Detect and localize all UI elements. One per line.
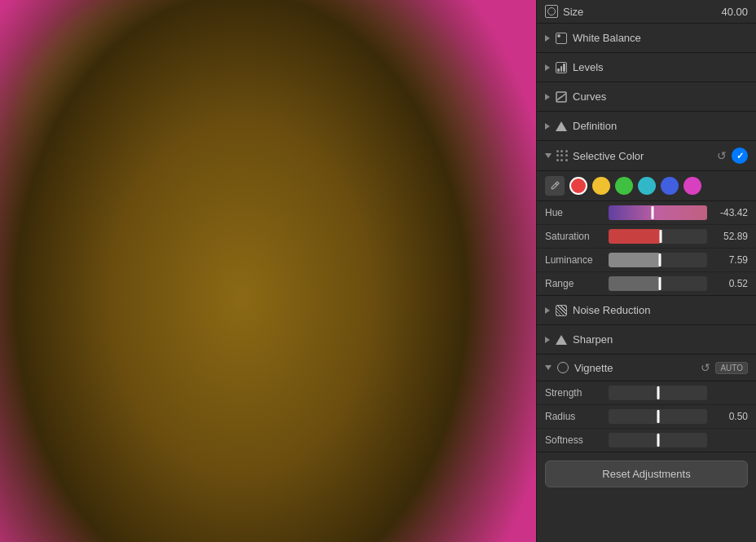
chevron-down-icon bbox=[545, 153, 552, 158]
strength-thumb[interactable] bbox=[657, 386, 659, 399]
softness-track[interactable] bbox=[609, 433, 707, 447]
saturation-slider-row[interactable]: Saturation 52.89 bbox=[537, 225, 756, 249]
saturation-thumb[interactable] bbox=[660, 230, 662, 243]
range-thumb[interactable] bbox=[658, 277, 661, 290]
chevron-right-icon bbox=[545, 94, 550, 100]
eyedropper-button[interactable] bbox=[545, 176, 565, 196]
chevron-right-icon bbox=[545, 337, 550, 343]
swatch-yellow[interactable] bbox=[592, 177, 610, 195]
range-value: 0.52 bbox=[714, 278, 748, 289]
saturation-label: Saturation bbox=[545, 231, 602, 242]
selective-color-icon bbox=[556, 150, 568, 161]
luminance-slider-row[interactable]: Luminance 7.59 bbox=[537, 249, 756, 272]
vignette-icon bbox=[556, 361, 569, 374]
noise-reduction-icon bbox=[555, 304, 568, 317]
hue-slider-row[interactable]: Hue -43.42 bbox=[537, 201, 756, 225]
strength-label: Strength bbox=[545, 387, 602, 399]
vignette-reset-icon[interactable]: ↺ bbox=[701, 361, 710, 374]
softness-thumb[interactable] bbox=[657, 434, 659, 447]
section-sharpen[interactable]: Sharpen bbox=[537, 325, 756, 355]
hue-slider-section: Hue -43.42 Saturation 52.89 Luminance 7.… bbox=[537, 201, 756, 296]
white-balance-icon bbox=[555, 32, 568, 45]
vignette-slider-section: Strength Radius 0.50 Softness bbox=[537, 381, 756, 452]
auto-badge: AUTO bbox=[715, 362, 748, 374]
range-track[interactable] bbox=[609, 276, 707, 291]
swatch-red[interactable] bbox=[569, 177, 587, 195]
color-swatches-row bbox=[537, 171, 756, 201]
softness-label: Softness bbox=[545, 434, 602, 446]
hue-track[interactable] bbox=[609, 205, 707, 220]
vignette-header[interactable]: Vignette ↺ AUTO bbox=[537, 355, 756, 381]
luminance-fill bbox=[609, 253, 660, 267]
curves-icon bbox=[555, 90, 568, 104]
luminance-value: 7.59 bbox=[714, 254, 748, 266]
chevron-right-icon bbox=[545, 123, 550, 130]
chevron-down-icon bbox=[545, 365, 552, 370]
selective-color-header[interactable]: Selective Color ↺ bbox=[537, 141, 756, 171]
right-panel: Size 40.00 White Balance Levels bbox=[536, 0, 756, 542]
svg-line-1 bbox=[556, 183, 557, 185]
section-definition-label: Definition bbox=[573, 120, 748, 132]
section-sharpen-label: Sharpen bbox=[573, 333, 748, 346]
luminance-track[interactable] bbox=[609, 253, 707, 267]
swatch-blue[interactable] bbox=[661, 177, 679, 195]
saturation-fill bbox=[609, 229, 661, 244]
radius-value: 0.50 bbox=[714, 411, 748, 422]
reset-adjustments-button[interactable]: Reset Adjustments bbox=[545, 460, 748, 487]
chevron-right-icon bbox=[545, 307, 550, 314]
range-fill bbox=[609, 276, 660, 291]
radius-thumb[interactable] bbox=[657, 410, 659, 423]
saturation-value: 52.89 bbox=[714, 231, 748, 242]
section-white-balance-label: White Balance bbox=[573, 32, 748, 44]
definition-icon bbox=[555, 120, 568, 133]
section-curves-label: Curves bbox=[573, 90, 748, 103]
luminance-thumb[interactable] bbox=[658, 253, 661, 267]
hue-thumb[interactable] bbox=[652, 206, 654, 219]
section-curves[interactable]: Curves bbox=[537, 82, 756, 112]
section-noise-reduction[interactable]: Noise Reduction bbox=[537, 296, 756, 325]
sharpen-icon bbox=[555, 333, 568, 346]
hue-label: Hue bbox=[545, 207, 602, 218]
chevron-right-icon bbox=[545, 64, 550, 71]
section-definition[interactable]: Definition bbox=[537, 112, 756, 141]
softness-slider-row[interactable]: Softness bbox=[537, 429, 756, 452]
selective-color-check-icon[interactable] bbox=[732, 148, 748, 164]
selective-color-label: Selective Color bbox=[573, 150, 712, 162]
dog-image bbox=[0, 0, 536, 542]
luminance-label: Luminance bbox=[545, 254, 602, 266]
vignette-label: Vignette bbox=[574, 362, 696, 374]
radius-label: Radius bbox=[545, 411, 602, 422]
radius-track[interactable] bbox=[609, 409, 707, 424]
section-levels[interactable]: Levels bbox=[537, 53, 756, 82]
strength-track[interactable] bbox=[609, 386, 707, 400]
range-slider-row[interactable]: Range 0.52 bbox=[537, 272, 756, 295]
saturation-track[interactable] bbox=[609, 229, 707, 244]
swatch-magenta[interactable] bbox=[683, 177, 701, 195]
swatch-green[interactable] bbox=[615, 177, 633, 195]
chevron-right-icon bbox=[545, 35, 550, 42]
levels-icon bbox=[555, 61, 568, 74]
selective-color-reset-icon[interactable]: ↺ bbox=[717, 149, 727, 162]
size-value: 40.00 bbox=[721, 6, 748, 18]
hue-value: -43.42 bbox=[714, 207, 748, 218]
size-row: Size 40.00 bbox=[537, 0, 756, 24]
range-label: Range bbox=[545, 278, 602, 289]
section-levels-label: Levels bbox=[573, 61, 748, 73]
size-label: Size bbox=[563, 6, 716, 18]
swatch-cyan[interactable] bbox=[638, 177, 656, 195]
section-noise-label: Noise Reduction bbox=[573, 304, 748, 316]
radius-slider-row[interactable]: Radius 0.50 bbox=[537, 405, 756, 429]
brush-size-icon bbox=[545, 5, 558, 18]
strength-slider-row[interactable]: Strength bbox=[537, 381, 756, 405]
section-white-balance[interactable]: White Balance bbox=[537, 24, 756, 53]
image-panel bbox=[0, 0, 536, 542]
